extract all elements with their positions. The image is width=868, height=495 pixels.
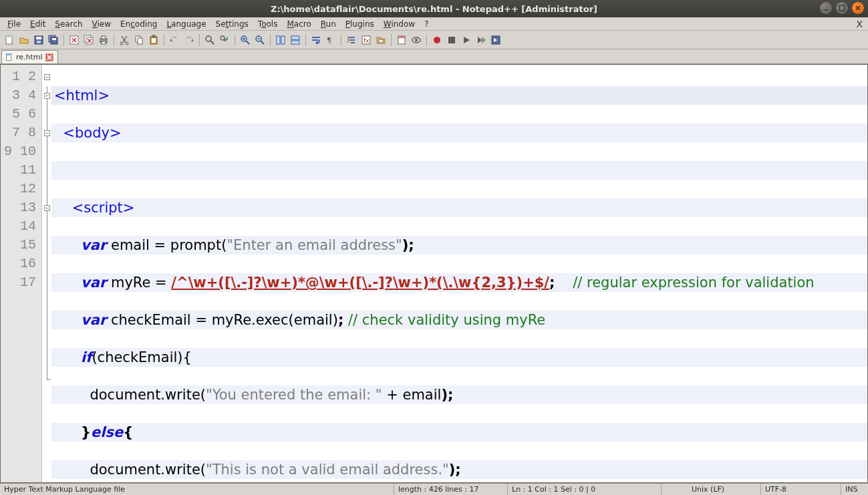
- svg-rect-14: [102, 36, 106, 39]
- svg-rect-21: [152, 38, 156, 43]
- replace-icon[interactable]: [218, 33, 231, 47]
- record-icon[interactable]: [430, 33, 444, 47]
- menu-encoding[interactable]: Encoding: [116, 18, 162, 30]
- line-number-gutter: 1 2 3 4 5 6 7 8 9 10 11 12 13 14 15 16 1…: [1, 65, 42, 482]
- svg-rect-19: [138, 38, 142, 44]
- copy-icon[interactable]: [132, 33, 146, 47]
- fold-toggle-icon[interactable]: [44, 130, 50, 136]
- menu-tools[interactable]: Tools: [253, 18, 283, 30]
- stop-icon[interactable]: [445, 33, 458, 47]
- menu-language[interactable]: Language: [162, 18, 210, 30]
- svg-point-39: [434, 37, 440, 43]
- play-icon[interactable]: [460, 33, 473, 47]
- status-bar: Hyper Text Markup Language file length :…: [0, 483, 868, 495]
- svg-rect-9: [52, 38, 56, 40]
- svg-rect-40: [448, 37, 455, 43]
- fold-toggle-icon[interactable]: [44, 74, 50, 80]
- menu-window[interactable]: Window: [379, 18, 420, 30]
- status-eol[interactable]: Unix (LF): [688, 484, 761, 495]
- new-file-icon[interactable]: [3, 33, 16, 47]
- file-icon: [5, 53, 13, 61]
- svg-rect-43: [6, 54, 11, 55]
- editor[interactable]: 1 2 3 4 5 6 7 8 9 10 11 12 13 14 15 16 1…: [0, 64, 868, 483]
- tab-re-html[interactable]: re.html: [1, 50, 58, 63]
- menu-edit[interactable]: Edit: [25, 18, 50, 30]
- status-encoding[interactable]: UTF-8: [761, 484, 841, 495]
- redo-icon[interactable]: [182, 33, 196, 47]
- menu-settings[interactable]: Settings: [211, 18, 253, 30]
- fold-gutter[interactable]: [42, 65, 51, 482]
- svg-text:fx: fx: [364, 37, 370, 44]
- save-icon[interactable]: [32, 33, 45, 47]
- svg-rect-6: [37, 41, 41, 43]
- open-file-icon[interactable]: [17, 33, 31, 47]
- window-title: Z:\home\dataflair\Documents\re.html - No…: [0, 4, 868, 14]
- status-position: Ln : 1 Col : 1 Sel : 0 | 0: [508, 484, 662, 495]
- menu-macro[interactable]: Macro: [282, 18, 315, 30]
- svg-text:¶: ¶: [327, 36, 331, 45]
- menu-file[interactable]: File: [3, 18, 25, 30]
- maximize-button[interactable]: [836, 2, 848, 14]
- svg-rect-28: [281, 36, 285, 44]
- svg-point-16: [120, 42, 123, 45]
- svg-rect-36: [398, 36, 405, 38]
- svg-rect-5: [36, 37, 41, 39]
- play-multi-icon[interactable]: [474, 33, 488, 47]
- svg-rect-30: [291, 41, 299, 44]
- svg-rect-3: [6, 36, 12, 38]
- svg-rect-34: [379, 39, 383, 43]
- window-buttons: [820, 2, 864, 14]
- close-all-icon[interactable]: [82, 33, 96, 47]
- svg-point-23: [206, 36, 211, 41]
- tab-label: re.html: [16, 53, 43, 61]
- save-all-icon[interactable]: [47, 33, 60, 47]
- menu-bar: File Edit Search View Encoding Language …: [0, 17, 868, 31]
- menu-plugins[interactable]: Plugins: [341, 18, 379, 30]
- svg-point-38: [415, 39, 418, 41]
- cut-icon[interactable]: [118, 33, 131, 47]
- show-chars-icon[interactable]: ¶: [324, 33, 337, 47]
- fold-toggle-icon[interactable]: [44, 93, 50, 99]
- code-area[interactable]: <html> <body> <script> var email = promp…: [51, 65, 867, 482]
- svg-point-17: [126, 42, 128, 45]
- svg-rect-22: [152, 35, 155, 37]
- svg-rect-15: [102, 41, 106, 44]
- undo-icon[interactable]: [168, 33, 181, 47]
- svg-rect-1: [839, 5, 845, 11]
- folder-doc-icon[interactable]: [374, 33, 388, 47]
- menu-search[interactable]: Search: [50, 18, 87, 30]
- menu-help[interactable]: ?: [420, 18, 433, 30]
- close-file-icon[interactable]: [67, 33, 81, 47]
- save-macro-icon[interactable]: [489, 33, 502, 47]
- tab-close-icon[interactable]: [45, 53, 53, 61]
- menu-run[interactable]: Run: [316, 18, 341, 30]
- minimize-button[interactable]: [820, 2, 832, 14]
- print-icon[interactable]: [97, 33, 110, 47]
- svg-rect-29: [291, 36, 299, 39]
- menu-close-x[interactable]: X: [856, 19, 863, 29]
- zoom-in-icon[interactable]: [239, 33, 252, 47]
- status-lang: Hyper Text Markup Language file: [0, 484, 394, 495]
- close-button[interactable]: [852, 2, 864, 14]
- indent-guide-icon[interactable]: [345, 33, 358, 47]
- wrap-icon[interactable]: [309, 33, 323, 47]
- zoom-out-icon[interactable]: [253, 33, 267, 47]
- window-titlebar: Z:\home\dataflair\Documents\re.html - No…: [0, 0, 868, 17]
- status-ins[interactable]: INS: [841, 484, 868, 495]
- paste-icon[interactable]: [147, 33, 160, 47]
- menu-view[interactable]: View: [88, 18, 116, 30]
- lang-icon[interactable]: fx: [359, 33, 373, 47]
- svg-rect-27: [277, 36, 280, 44]
- monitor-icon[interactable]: [410, 33, 423, 47]
- fold-toggle-icon[interactable]: [44, 205, 50, 211]
- status-length: length : 426 lines : 17: [394, 484, 508, 495]
- find-icon[interactable]: [203, 33, 216, 47]
- tab-bar: re.html: [0, 49, 868, 64]
- toolbar: ¶ fx: [0, 31, 868, 49]
- doc-red-icon[interactable]: [395, 33, 408, 47]
- sync-h-icon[interactable]: [289, 33, 302, 47]
- sync-v-icon[interactable]: [274, 33, 287, 47]
- svg-rect-0: [823, 9, 829, 11]
